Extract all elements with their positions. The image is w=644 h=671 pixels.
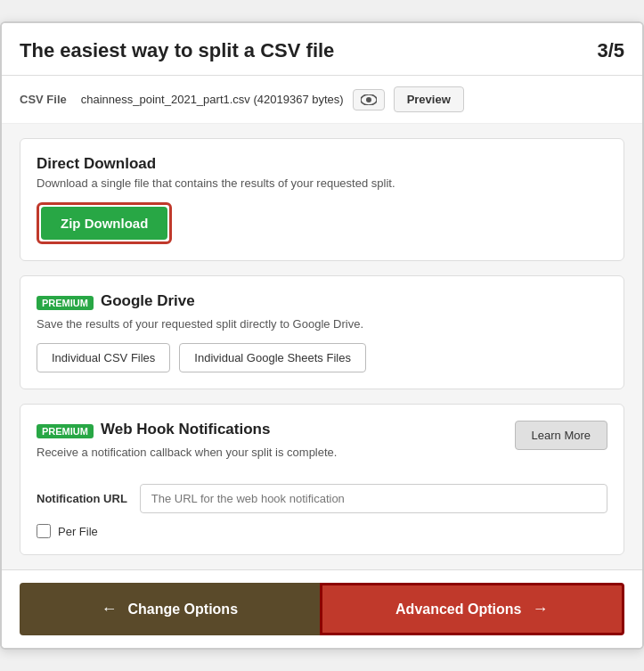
- direct-download-card: Direct Download Download a single file t…: [20, 138, 624, 261]
- google-drive-header: PREMIUM Google Drive: [37, 292, 607, 314]
- webhook-premium-badge: PREMIUM: [37, 424, 94, 438]
- forward-arrow-icon: →: [532, 600, 548, 618]
- per-file-checkbox[interactable]: [37, 524, 51, 538]
- csv-file-label: CSV File: [20, 93, 67, 106]
- learn-more-button[interactable]: Learn More: [515, 421, 607, 450]
- change-options-button[interactable]: ← Change Options: [20, 583, 320, 635]
- zip-download-button[interactable]: Zip Download: [41, 207, 167, 240]
- google-drive-title: Google Drive: [101, 292, 195, 310]
- advanced-options-label: Advanced Options: [395, 601, 521, 618]
- eye-icon: [361, 94, 377, 105]
- direct-download-title: Direct Download: [37, 155, 607, 173]
- csv-file-bar: CSV File chainness_point_2021_part1.csv …: [2, 76, 642, 124]
- webhook-card: PREMIUM Web Hook Notifications Receive a…: [20, 404, 624, 555]
- csv-filename: chainness_point_2021_part1.csv (42019367…: [81, 93, 344, 106]
- per-file-row: Per File: [37, 524, 607, 538]
- webhook-header: PREMIUM Web Hook Notifications Receive a…: [37, 421, 607, 471]
- notification-url-label: Notification URL: [37, 492, 127, 505]
- eye-button[interactable]: [353, 89, 385, 110]
- google-drive-buttons: Individual CSV Files Individual Google S…: [37, 343, 607, 372]
- google-drive-premium-badge: PREMIUM: [37, 296, 94, 310]
- google-drive-card: PREMIUM Google Drive Save the results of…: [20, 275, 624, 389]
- individual-sheets-button[interactable]: Individual Google Sheets Files: [179, 343, 366, 372]
- webhook-title-row: PREMIUM Web Hook Notifications: [37, 421, 337, 442]
- change-options-label: Change Options: [127, 601, 238, 618]
- google-drive-desc: Save the results of your requested split…: [37, 317, 607, 331]
- notification-row: Notification URL: [37, 484, 607, 513]
- webhook-title: Web Hook Notifications: [101, 421, 270, 438]
- per-file-label: Per File: [58, 525, 98, 538]
- individual-csv-button[interactable]: Individual CSV Files: [37, 343, 170, 372]
- preview-button[interactable]: Preview: [394, 86, 464, 112]
- page-title: The easiest way to split a CSV file: [20, 39, 334, 62]
- direct-download-desc: Download a single file that contains the…: [37, 176, 607, 190]
- header: The easiest way to split a CSV file 3/5: [2, 23, 642, 76]
- advanced-options-button[interactable]: Advanced Options →: [320, 583, 625, 635]
- back-arrow-icon: ←: [101, 600, 117, 618]
- notification-url-input[interactable]: [140, 484, 607, 513]
- main-content: Direct Download Download a single file t…: [2, 124, 642, 569]
- svg-point-1: [366, 97, 371, 102]
- step-indicator: 3/5: [597, 39, 624, 62]
- footer: ← Change Options Advanced Options →: [2, 569, 642, 648]
- webhook-desc: Receive a notification callback when you…: [37, 446, 337, 459]
- main-window: The easiest way to split a CSV file 3/5 …: [0, 21, 644, 650]
- zip-btn-wrapper: Zip Download: [37, 202, 172, 244]
- webhook-header-left: PREMIUM Web Hook Notifications Receive a…: [37, 421, 337, 471]
